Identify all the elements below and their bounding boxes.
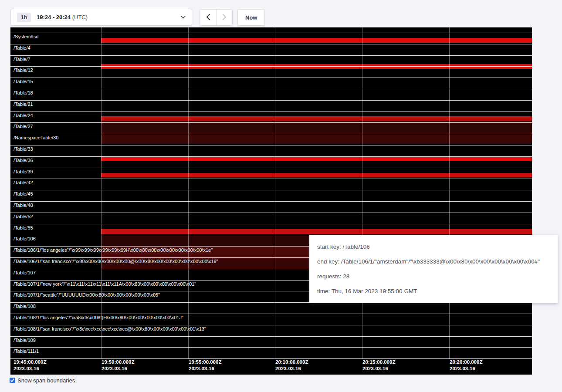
span-boundary-line [10,168,532,168]
span-boundary-line [10,27,532,27]
axis-tick-date: 2023-03-16 [450,365,482,372]
time-gridline [362,27,362,359]
chevron-right-icon [223,14,227,21]
span-key-label: /System/tsd [14,34,38,40]
span-key-label: /Table/48 [14,203,33,208]
timezone-text: (UTC) [72,14,88,20]
span-boundary-line [10,179,532,179]
span-boundary-line [10,122,532,123]
span-key-label: /Table/52 [14,214,33,220]
span-key-label: /NamespaceTable/30 [14,135,58,141]
next-time-button[interactable] [216,10,232,25]
axis-tick-time: 20:20:00.000Z [450,359,482,365]
span-key-label: /Table/111/1 [14,348,39,354]
span-key-label: /Table/15 [14,79,33,84]
heat-band [101,229,532,234]
span-boundary-line [10,44,532,44]
time-range-value: 19:24 - 20:24 [37,14,71,20]
span-key-label: /Table/12 [14,68,33,73]
axis-tick-label: 20:10:00.000Z2023-03-16 [275,359,308,372]
span-boundary-line [10,201,532,202]
span-key-label: /Table/109 [14,338,36,343]
chevron-down-icon [181,16,186,19]
tooltip-time: time: Thu, 16 Mar 2023 19:55:00 GMT [317,284,550,299]
span-key-label: /Table/106/1/"san francisco"/"\x80\x00\x… [14,259,218,264]
span-boundary-line [10,55,532,56]
hover-tooltip: start key: /Table/106 end key: /Table/10… [309,235,558,303]
axis-tick-date: 2023-03-16 [275,365,308,372]
span-key-label: /Table/55 [14,225,33,231]
axis-tick-time: 20:15:00.000Z [362,359,395,365]
span-key-label: /Table/7 [14,57,30,62]
heat-band [101,157,532,161]
show-span-boundaries-checkbox[interactable] [10,378,15,383]
axis-tick-label: 19:45:00.000Z2023-03-16 [14,359,46,372]
axis-tick-date: 2023-03-16 [362,365,395,372]
span-key-label: /Table/4 [14,45,30,51]
axis-tick-label: 20:20:00.000Z2023-03-16 [450,359,482,372]
span-key-label: /Table/107/1/"new york"/"\x11\x11\x11\x1… [14,281,196,287]
span-boundary-line [10,314,532,314]
show-span-boundaries-toggle: Show span boundaries [10,377,75,384]
axis-tick-date: 2023-03-16 [102,365,134,372]
axis-tick-label: 19:55:00.000Z2023-03-16 [189,359,221,372]
span-key-label: /Table/39 [14,169,33,175]
span-boundary-line [10,145,532,145]
time-range-text: 19:24 - 20:24 (UTC) [37,14,88,20]
now-button[interactable]: Now [237,9,265,26]
chevron-left-icon [206,14,210,21]
heat-band [101,173,532,177]
span-key-label: /Table/42 [14,180,33,186]
span-key-label: /Table/107/1/"seattle"/"UUUUUUD\x00\x80\… [14,292,160,298]
span-key-label: /Table/108 [14,304,36,309]
span-key-label: /Table/18 [14,90,33,96]
span-key-label: /Table/108/1/"los angeles"/"\xa8\xf5\u00… [14,315,183,321]
axis-tick-time: 19:55:00.000Z [189,359,221,365]
span-key-label: /Table/106/1/"los angeles"/"\x99\x99\x99… [14,247,213,253]
span-key-label: /Table/107 [14,270,36,276]
span-boundary-line [10,134,532,134]
axis-tick-date: 2023-03-16 [14,365,46,372]
tooltip-end-key: end key: /Table/106/1/"amsterdam"/"\xb33… [317,254,550,269]
span-boundary-line [10,156,532,157]
axis-tick-label: 20:15:00.000Z2023-03-16 [362,359,395,372]
time-gridline [188,27,189,359]
span-boundary-line [10,213,532,213]
time-gridline [449,27,450,359]
span-boundary-line [10,112,532,112]
heat-band [101,116,532,121]
span-boundary-line [10,66,532,67]
axis-tick-time: 19:50:00.000Z [102,359,134,365]
prev-time-button[interactable] [200,10,216,25]
span-key-label: /Table/45 [14,191,33,197]
span-boundary-line [10,347,532,348]
span-key-label: /Table/108/1/"san francisco"/"\x8c\xcc\x… [14,326,206,332]
span-key-label: /Table/27 [14,124,33,129]
time-range-selector[interactable]: 1h 19:24 - 20:24 (UTC) [10,9,192,26]
span-boundary-line [10,325,532,325]
show-span-boundaries-label: Show span boundaries [17,377,75,384]
span-key-label: /Table/36 [14,158,33,163]
axis-tick-time: 20:10:00.000Z [275,359,308,365]
span-boundary-line [10,78,532,78]
span-key-label: /Table/21 [14,101,33,107]
time-gridline [275,27,275,359]
tooltip-requests: requests: 28 [317,269,550,284]
key-visualizer-canvas[interactable]: /System/tsd/Table/4/Table/7/Table/12/Tab… [10,27,532,375]
span-key-label: /Table/106 [14,236,36,242]
tooltip-start-key: start key: /Table/106 [317,240,550,254]
span-boundary-line [10,89,532,89]
span-boundary-line [10,33,532,33]
axis-tick-time: 19:45:00.000Z [14,359,46,365]
span-boundary-line [10,336,532,337]
span-boundary-line [10,190,532,190]
span-boundary-line [10,224,532,224]
span-key-label: /Table/24 [14,113,33,118]
axis-tick-label: 19:50:00.000Z2023-03-16 [102,359,134,372]
duration-badge: 1h [17,13,31,22]
heat-band [101,38,532,43]
time-gridline [101,27,102,359]
span-key-label: /Table/33 [14,146,33,152]
time-nav-group [200,9,233,26]
span-boundary-line [10,100,532,101]
